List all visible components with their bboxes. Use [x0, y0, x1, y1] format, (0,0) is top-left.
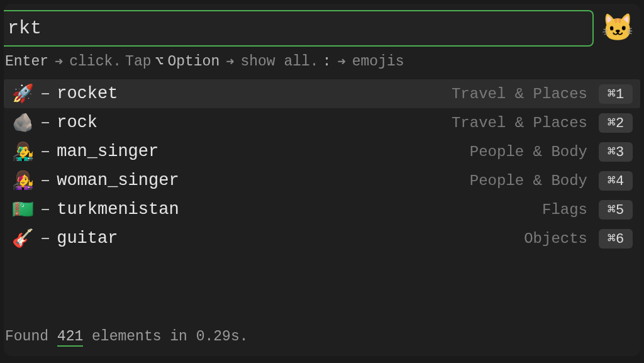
avatar-icon: 🐱	[601, 12, 634, 45]
result-shortcut: ⌘2	[599, 113, 633, 133]
hint-colon: :	[323, 53, 331, 70]
result-name: rocket	[57, 84, 118, 103]
dash: –	[40, 200, 50, 219]
result-row[interactable]: 🪨–rockTravel & Places⌘2	[4, 108, 640, 137]
result-emoji-icon: 🚀	[11, 83, 34, 104]
status-time: 0.29s.	[196, 328, 248, 345]
arrow-icon: ➜	[226, 53, 234, 70]
dash: –	[40, 113, 50, 132]
result-category: People & Body	[470, 172, 587, 189]
hint-emojis: emojis	[352, 53, 404, 70]
result-shortcut: ⌘6	[599, 229, 633, 249]
arrow-icon: ➜	[55, 53, 63, 70]
search-row: 🐱	[4, 4, 640, 47]
result-shortcut: ⌘5	[599, 200, 633, 220]
hint-option-sym: ⌥	[155, 53, 164, 70]
result-shortcut: ⌘3	[599, 142, 633, 162]
hint-bar: Enter ➜ click. Tap ⌥ Option ➜ show all. …	[4, 47, 640, 79]
result-name: man_singer	[57, 142, 158, 161]
result-category: People & Body	[470, 143, 587, 160]
status-count: 421	[57, 328, 83, 347]
status-mid: elements in	[92, 328, 187, 345]
result-name: turkmenistan	[57, 200, 179, 219]
result-category: Objects	[524, 230, 587, 247]
dash: –	[40, 84, 50, 103]
result-emoji-icon: 👨‍🎤	[11, 141, 34, 162]
result-shortcut: ⌘4	[599, 171, 633, 191]
arrow-icon: ➜	[338, 53, 346, 70]
result-row[interactable]: 🇹🇲–turkmenistanFlags⌘5	[4, 195, 640, 224]
result-row[interactable]: 👨‍🎤–man_singerPeople & Body⌘3	[4, 137, 640, 166]
hint-enter: Enter	[5, 53, 48, 70]
result-row[interactable]: 👩‍🎤–woman_singerPeople & Body⌘4	[4, 166, 640, 195]
dash: –	[40, 229, 50, 248]
hint-tap: Tap	[125, 53, 151, 70]
result-emoji-icon: 🇹🇲	[11, 199, 34, 220]
result-emoji-icon: 👩‍🎤	[11, 170, 34, 191]
result-name: rock	[57, 113, 97, 132]
result-row[interactable]: 🚀–rocketTravel & Places⌘1	[4, 79, 640, 108]
search-input[interactable]	[4, 10, 594, 47]
result-name: guitar	[57, 229, 118, 248]
search-panel: 🐱 Enter ➜ click. Tap ⌥ Option ➜ show all…	[4, 4, 640, 356]
hint-option: Option	[167, 53, 219, 70]
results-list: 🚀–rocketTravel & Places⌘1🪨–rockTravel & …	[4, 79, 640, 253]
status-bar: Found 421 elements in 0.29s.	[5, 328, 248, 345]
result-category: Travel & Places	[452, 114, 587, 131]
result-emoji-icon: 🎸	[11, 228, 34, 249]
result-category: Travel & Places	[452, 86, 587, 103]
dash: –	[40, 142, 50, 161]
result-row[interactable]: 🎸–guitarObjects⌘6	[4, 224, 640, 253]
result-emoji-icon: 🪨	[11, 112, 34, 133]
result-category: Flags	[542, 201, 587, 218]
result-shortcut: ⌘1	[599, 84, 633, 104]
hint-click: click.	[69, 53, 121, 70]
dash: –	[40, 171, 50, 190]
status-prefix: Found	[5, 328, 48, 345]
result-name: woman_singer	[57, 171, 179, 190]
hint-showall: show all.	[240, 53, 318, 70]
